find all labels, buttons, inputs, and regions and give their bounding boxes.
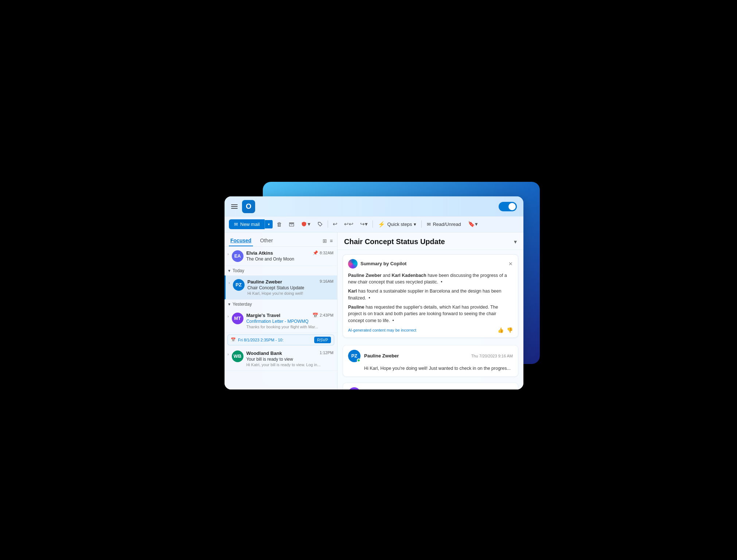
top-bar: [225, 196, 523, 216]
read-unread-button[interactable]: ✉ Read/Unread: [424, 220, 464, 229]
new-mail-button-group: ✉ New mail ▾: [229, 219, 273, 229]
email-list-panel: Focused Other ⊞ ≡ › EA Elvia Atkins: [225, 232, 338, 389]
email-content-margies: Margie's Travel 📅 2:43PM Confirmation Le…: [246, 313, 334, 329]
section-yesterday: ▾ Yesterday: [225, 299, 337, 309]
tab-icons: ⊞ ≡: [323, 238, 333, 244]
new-mail-dropdown-button[interactable]: ▾: [265, 220, 273, 228]
calendar-icon-margies: 📅: [312, 313, 318, 318]
email-time-woodland: 1:12PM: [320, 351, 334, 356]
envelope-icon: ✉: [427, 222, 431, 227]
email-preview-pauline: Hi Karl, Hope you're doing well!: [247, 291, 334, 295]
email-item-woodland[interactable]: › WB Woodland Bank 1:12PM Your bill is r…: [225, 347, 337, 371]
message-header-pauline: PZ Pauline Zweber Thu 7/20/2023 9:16 AM: [348, 350, 513, 362]
tab-focused[interactable]: Focused: [229, 235, 253, 246]
lightning-icon: ⚡: [378, 221, 385, 228]
outlook-logo: [242, 200, 255, 213]
scene: ✉ New mail ▾ 🗑 ▾ ↩ ↩↩ ↪▾ ⚡ Quic: [204, 167, 533, 393]
message-sender-info-karl: Karl Kadenbach To: ● Pauline Zweber: [364, 388, 411, 389]
copilot-summary: Summary by Copilot ✕ Pauline Zweber and …: [343, 254, 518, 338]
content-area: Focused Other ⊞ ≡ › EA Elvia Atkins: [225, 232, 523, 389]
hamburger-button[interactable]: [230, 203, 239, 210]
email-sender-woodland: Woodland Bank 1:12PM: [246, 351, 334, 356]
message-time-pauline: Thu 7/20/2023 9:16 AM: [471, 354, 513, 358]
copilot-close-button[interactable]: ✕: [508, 261, 513, 267]
shield-button[interactable]: ▾: [299, 219, 313, 229]
copilot-paragraph-2: Karl has found a sustainable supplier in…: [348, 288, 513, 302]
pin-icon-elvia: 📌: [313, 250, 318, 255]
rsvp-button[interactable]: RSVP: [314, 337, 331, 343]
copilot-paragraph-1: Pauline Zweber and Karl Kadenbach have b…: [348, 272, 513, 286]
new-mail-icon: ✉: [234, 222, 238, 227]
toolbar-sep-1: [328, 220, 328, 228]
today-chevron: ▾: [228, 268, 230, 273]
email-message-pauline: PZ Pauline Zweber Thu 7/20/2023 9:16 AM …: [343, 345, 518, 377]
svg-rect-0: [289, 223, 294, 223]
new-mail-button[interactable]: ✉ New mail: [229, 219, 265, 229]
email-message-karl: KK Karl Kadenbach To: ● Pauline Zweber T…: [343, 383, 518, 389]
copilot-header: Summary by Copilot ✕: [348, 259, 513, 269]
today-label: Today: [233, 268, 244, 273]
top-bar-left: [230, 200, 255, 213]
collapse-button[interactable]: ▾: [514, 238, 517, 245]
avatar-margies: MT: [232, 313, 243, 324]
copilot-thumbup-button[interactable]: 👍: [498, 327, 504, 333]
email-subject-pauline: Chair Concept Status Update: [247, 285, 334, 290]
email-sender-elvia: Elvia Atkins 📌 8:32AM: [246, 250, 334, 256]
copilot-actions: 👍 👎: [498, 327, 513, 333]
email-preview-margies: Thanks for booking your flight with Mar.…: [246, 325, 334, 329]
message-sender-name-karl: Karl Kadenbach: [364, 388, 411, 389]
toolbar-sep-3: [421, 220, 422, 228]
email-item-margies[interactable]: › MT Margie's Travel 📅 2:43PM Confirmati…: [225, 309, 337, 333]
message-body-pauline: Hi Karl, Hope you're doing well! Just wa…: [348, 365, 513, 372]
email-content-woodland: Woodland Bank 1:12PM Your bill is ready …: [246, 351, 334, 367]
main-window: ✉ New mail ▾ 🗑 ▾ ↩ ↩↩ ↪▾ ⚡ Quic: [225, 196, 523, 389]
email-reading-panel: Chair Concept Status Update ▾ Summary by…: [338, 232, 523, 389]
calendar-reminder-icon: 📅: [231, 337, 236, 342]
toggle-switch[interactable]: [499, 202, 517, 211]
email-item-elvia[interactable]: › EA Elvia Atkins 📌 8:32AM The One and O…: [225, 247, 337, 266]
section-today: ▾ Today: [225, 266, 337, 275]
tab-filter-button[interactable]: ≡: [330, 238, 333, 244]
email-time-elvia: 8:32AM: [320, 251, 334, 255]
forward-button[interactable]: ↪▾: [358, 219, 370, 229]
message-avatar-pauline: PZ: [348, 350, 360, 362]
copilot-title: Summary by Copilot: [360, 261, 406, 266]
email-chevron-elvia: ›: [227, 252, 229, 256]
toolbar-sep-2: [373, 220, 373, 228]
avatar-elvia: EA: [232, 250, 243, 262]
copilot-thumbdown-button[interactable]: 👎: [507, 327, 513, 333]
delete-button[interactable]: 🗑: [274, 219, 285, 229]
email-content-pauline: Pauline Zweber 9:16AM Chair Concept Stat…: [247, 279, 334, 295]
email-sender-pauline: Pauline Zweber 9:16AM: [247, 279, 334, 285]
copilot-footer: AI-generated content may be incorrect 👍 …: [348, 327, 513, 333]
email-chevron-woodland: ›: [227, 352, 229, 356]
tag2-button[interactable]: 🔖▾: [465, 219, 480, 229]
email-sender-margies: Margie's Travel 📅 2:43PM: [246, 313, 334, 318]
message-sender-info-pauline: Pauline Zweber: [364, 353, 468, 359]
email-chevron-pauline: ›: [229, 281, 230, 285]
email-item-pauline[interactable]: › PZ Pauline Zweber 9:16AM Chair Concept…: [225, 275, 337, 299]
email-subject-margies: Confirmation Letter - MPOWMQ: [246, 319, 334, 324]
tab-other[interactable]: Other: [259, 235, 274, 246]
quick-steps-button[interactable]: ⚡ Quick steps ▾: [375, 219, 419, 230]
calendar-reminder-text: Fri 8/1/2023 2:35PM - 10:: [238, 338, 284, 342]
reply-all-button[interactable]: ↩↩: [342, 219, 356, 229]
yesterday-chevron: ▾: [228, 302, 230, 307]
archive-button[interactable]: [286, 219, 297, 229]
message-avatar-karl: KK: [348, 387, 360, 389]
email-subject-elvia: The One and Only Moon: [246, 256, 334, 262]
tag-button[interactable]: [315, 219, 325, 229]
online-dot-pauline: [357, 359, 360, 362]
tab-bar: Focused Other ⊞ ≡: [225, 232, 337, 247]
tab-view-button[interactable]: ⊞: [323, 238, 327, 244]
read-unread-label: Read/Unread: [433, 222, 461, 227]
copilot-paragraph-3: Pauline has requested the supplier's det…: [348, 304, 513, 324]
calendar-reminder-margies: 📅 Fri 8/1/2023 2:35PM - 10: RSVP: [227, 334, 334, 345]
avatar-woodland: WB: [232, 351, 243, 362]
undo-button[interactable]: ↩: [330, 219, 340, 229]
avatar-pauline: PZ: [233, 279, 245, 291]
email-content-elvia: Elvia Atkins 📌 8:32AM The One and Only M…: [246, 250, 334, 262]
hamburger-line-2: [231, 206, 238, 207]
email-subject-woodland: Your bill is ready to view: [246, 357, 334, 362]
email-time-pauline: 9:16AM: [320, 279, 334, 285]
